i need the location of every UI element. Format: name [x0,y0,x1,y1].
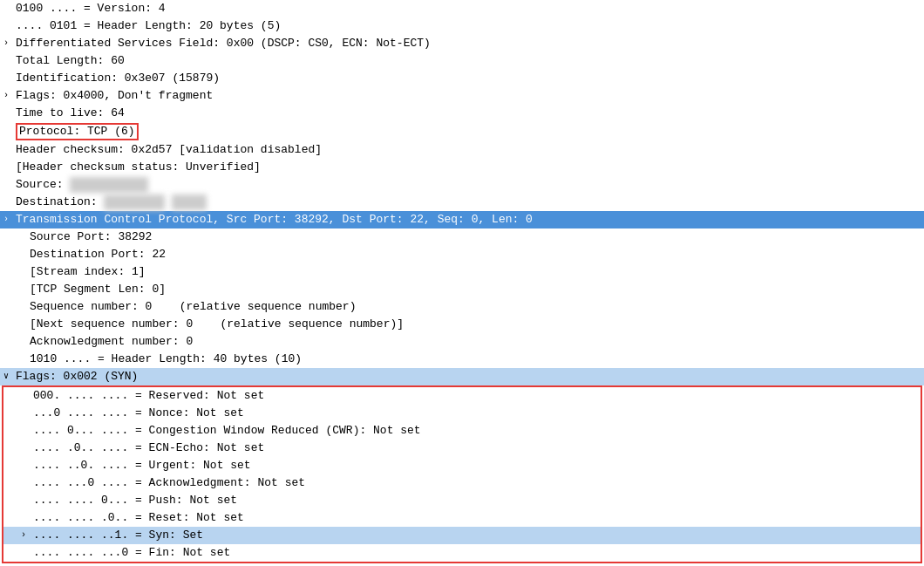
line-text: 000. .... .... = Reserved: Not set [33,388,264,404]
line-reserved[interactable]: 000. .... .... = Reserved: Not set [3,387,921,405]
no-arrow [21,440,33,456]
line-text: 1010 .... = Header Length: 40 bytes (10) [30,351,302,367]
line-cwr[interactable]: .... 0... .... = Congestion Window Reduc… [3,422,921,440]
line-source[interactable]: Source: [0,176,924,194]
no-arrow [3,71,16,86]
line-text: Time to live: 64 [16,106,125,121]
line-text: Source Port: 38292 [30,229,152,245]
line-text: Flags: 0x4000, Don't fragment [16,88,213,104]
line-acknowledgment[interactable]: .... ...0 .... = Acknowledgment: Not set [3,474,921,492]
no-arrow [17,264,30,280]
line-segment-len[interactable]: [TCP Segment Len: 0] [0,281,924,298]
line-urgent[interactable]: .... ..0. .... = Urgent: Not set [3,457,921,474]
no-arrow [17,334,30,350]
line-text: .... .... .0.. = Reset: Not set [33,510,244,526]
line-text: Sequence number: 0 (relative sequence nu… [30,299,356,315]
line-text: .... .0.. .... = ECN-Echo: Not set [33,440,264,456]
no-arrow [21,493,33,508]
line-text: [Header checksum status: Unverified] [16,160,261,175]
no-arrow [21,388,33,404]
line-checksum-status[interactable]: [Header checksum status: Unverified] [0,159,924,176]
expand-icon[interactable]: › [3,88,16,104]
expand-icon[interactable]: › [21,528,33,543]
line-ack-number[interactable]: Acknowledgment number: 0 [0,333,924,351]
no-arrow [3,124,16,140]
line-text: .... 0101 = Header Length: 20 bytes (5) [16,18,281,34]
line-text: Header checksum: 0x2d57 [validation disa… [16,142,322,158]
no-arrow [21,423,33,439]
expand-icon[interactable]: ∨ [3,369,16,385]
no-arrow [3,160,16,175]
line-text: Acknowledgment number: 0 [30,334,193,350]
no-arrow [17,229,30,245]
line-text: Differentiated Services Field: 0x00 (DSC… [16,36,431,51]
expand-icon[interactable]: › [3,212,16,228]
line-reset[interactable]: .... .... .0.. = Reset: Not set [3,509,921,527]
no-arrow [17,351,30,367]
line-text: Destination Port: 22 [30,247,166,263]
no-arrow [3,18,16,34]
line-tcp-header-length[interactable]: 1010 .... = Header Length: 40 bytes (10) [0,351,924,368]
no-arrow [17,299,30,315]
line-text: .... 0... .... = Congestion Window Reduc… [33,423,421,439]
line-source-port[interactable]: Source Port: 38292 [0,228,924,246]
line-text: .... .... 0... = Push: Not set [33,493,237,508]
line-flags-ip[interactable]: › Flags: 0x4000, Don't fragment [0,87,924,105]
no-arrow [3,1,16,17]
line-differentiated-services[interactable]: › Differentiated Services Field: 0x00 (D… [0,35,924,52]
line-version[interactable]: 0100 .... = Version: 4 [0,0,924,17]
no-arrow [21,475,33,491]
source-label: Source: [16,177,70,193]
line-push[interactable]: .... .... 0... = Push: Not set [3,492,921,509]
no-arrow [3,53,16,69]
line-text: ...0 .... .... = Nonce: Not set [33,406,244,421]
line-text: .... .... ...0 = Fin: Not set [33,545,230,561]
no-arrow [3,142,16,158]
line-total-length[interactable]: Total Length: 60 [0,52,924,70]
flags-inner-box: 000. .... .... = Reserved: Not set ...0 … [2,385,922,563]
line-text: 0100 .... = Version: 4 [16,1,166,17]
no-arrow [21,545,33,561]
destination-ip [104,194,165,210]
line-text: Identification: 0x3e07 (15879) [16,71,220,86]
expand-icon[interactable]: › [3,36,16,51]
line-next-seq[interactable]: [Next sequence number: 0 (relative seque… [0,316,924,333]
line-text: .... ...0 .... = Acknowledgment: Not set [33,475,305,491]
line-text: Transmission Control Protocol, Src Port:… [16,212,533,228]
line-fin[interactable]: .... .... ...0 = Fin: Not set [3,544,921,562]
line-protocol[interactable]: Protocol: TCP (6) [0,122,924,141]
no-arrow [3,194,16,210]
line-text: Flags: 0x002 (SYN) [16,369,138,385]
line-ttl[interactable]: Time to live: 64 [0,105,924,122]
line-syn[interactable]: › .... .... ..1. = Syn: Set [3,527,921,544]
flags-section-container: ∨ Flags: 0x002 (SYN) 000. .... .... = Re… [0,368,924,563]
line-flags-tcp[interactable]: ∨ Flags: 0x002 (SYN) [0,368,924,385]
no-arrow [21,406,33,421]
line-dest-port[interactable]: Destination Port: 22 [0,246,924,263]
no-arrow [17,282,30,297]
line-text: .... ..0. .... = Urgent: Not set [33,458,251,474]
line-text: .... .... ..1. = Syn: Set [33,528,203,543]
line-seq-number[interactable]: Sequence number: 0 (relative sequence nu… [0,298,924,316]
destination-extra [172,194,207,210]
line-destination[interactable]: Destination: [0,194,924,211]
line-text: [Stream index: 1] [30,264,146,280]
line-tcp-header[interactable]: › Transmission Control Protocol, Src Por… [0,211,924,228]
line-stream-index[interactable]: [Stream index: 1] [0,263,924,281]
protocol-box: Protocol: TCP (6) [16,123,139,140]
no-arrow [3,106,16,121]
source-ip [70,177,148,193]
line-text: Total Length: 60 [16,53,125,69]
packet-detail-panel[interactable]: 0100 .... = Version: 4 .... 0101 = Heade… [0,0,924,566]
no-arrow [21,510,33,526]
line-nonce[interactable]: ...0 .... .... = Nonce: Not set [3,405,921,422]
no-arrow [3,177,16,193]
line-ecn-echo[interactable]: .... .0.. .... = ECN-Echo: Not set [3,440,921,457]
line-identification[interactable]: Identification: 0x3e07 (15879) [0,70,924,87]
destination-label: Destination: [16,194,104,210]
no-arrow [17,247,30,263]
line-header-checksum[interactable]: Header checksum: 0x2d57 [validation disa… [0,141,924,159]
line-text: [Next sequence number: 0 (relative seque… [30,317,404,332]
line-header-length[interactable]: .... 0101 = Header Length: 20 bytes (5) [0,17,924,35]
line-text: [TCP Segment Len: 0] [30,282,166,297]
